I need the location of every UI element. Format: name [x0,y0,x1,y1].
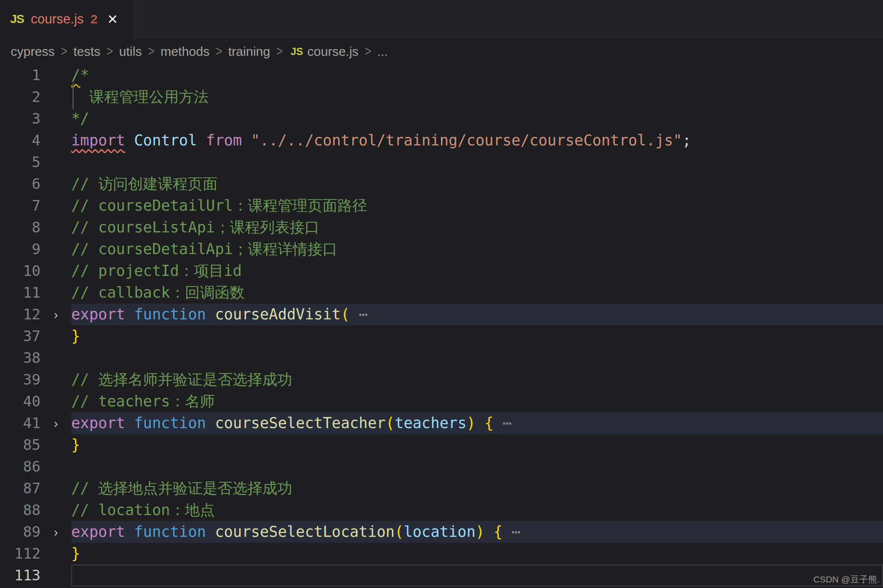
line-content[interactable]: export function courseSelectLocation(loc… [71,521,883,543]
code-line[interactable]: 38 [0,347,883,369]
code-line[interactable]: 3*/ [0,108,883,130]
breadcrumb-more[interactable]: ... [377,44,388,59]
fold-chevron-icon[interactable]: › [41,304,71,325]
breadcrumb-item-methods[interactable]: methods [160,44,209,59]
line-number[interactable]: 10 [0,260,41,282]
line-number[interactable]: 86 [0,456,41,478]
code-line[interactable]: 7// courseDetailUrl：课程管理页面路径 [0,195,883,217]
line-number[interactable]: 37 [0,325,41,347]
fold-chevron-icon[interactable]: › [41,412,71,434]
code-token: courseSelectTeacher [215,414,385,432]
line-number[interactable]: 5 [0,151,41,173]
code-editor[interactable]: 1/*2 课程管理公用方法3*/4import Control from "..… [0,64,883,588]
line-content[interactable]: // 选择地点并验证是否选择成功 [71,478,883,499]
line-number[interactable]: 11 [0,282,41,304]
code-line[interactable]: 9// courseDetailApi；课程详情接口 [0,238,883,260]
line-number[interactable]: 113 [0,565,41,586]
line-number[interactable]: 2 [0,86,41,108]
code-line[interactable]: 10// projectId：项目id [0,260,883,282]
code-line[interactable]: 88// location：地点 [0,499,883,521]
line-content[interactable] [71,347,883,369]
line-number[interactable]: 88 [0,499,41,521]
line-content[interactable]: import Control from "../../control/train… [71,130,883,151]
line-content[interactable]: export function courseSelectTeacher(teac… [71,412,883,434]
code-line[interactable]: 113 [0,565,883,586]
code-token: } [71,545,80,562]
line-number[interactable]: 7 [0,195,41,217]
line-content[interactable]: /* [71,64,883,86]
line-content[interactable]: // 选择名师并验证是否选择成功 [71,369,883,391]
line-content[interactable] [71,565,883,586]
line-number[interactable]: 87 [0,478,41,499]
code-line[interactable]: 5 [0,151,883,173]
line-content[interactable]: // callback：回调函数 [71,282,883,304]
line-content[interactable] [71,456,883,478]
breadcrumb-item-utils[interactable]: utils [119,44,142,59]
line-content[interactable]: // 访问创建课程页面 [71,173,883,195]
line-content[interactable]: // courseDetailApi；课程详情接口 [71,238,883,260]
line-number[interactable]: 39 [0,369,41,391]
line-number[interactable]: 3 [0,108,41,130]
tab-course-js[interactable]: JS course.js 2 ✕ [0,0,133,38]
line-content[interactable]: } [71,543,883,565]
chevron-right-icon: > [61,43,67,60]
code-line[interactable]: 4import Control from "../../control/trai… [0,130,883,151]
line-content[interactable]: */ [71,108,883,130]
code-line[interactable]: 86 [0,456,883,478]
code-token: // 选择名师并验证是否选择成功 [71,371,292,388]
code-line[interactable]: 8// courseListApi；课程列表接口 [0,217,883,238]
line-number[interactable]: 38 [0,347,41,369]
code-token: Control [134,132,197,149]
breadcrumb-item-file[interactable]: course.js [307,44,359,59]
code-line[interactable]: 12›export function courseAddVisit( ⋯ [0,304,883,325]
js-file-icon: JS [290,46,303,58]
line-content[interactable] [71,151,883,173]
line-number[interactable]: 41 [0,412,41,434]
line-number[interactable]: 12 [0,304,41,325]
line-number[interactable]: 112 [0,543,41,565]
line-number[interactable]: 6 [0,173,41,195]
code-line[interactable]: 85} [0,434,883,456]
line-content[interactable]: // courseListApi；课程列表接口 [71,217,883,238]
line-content[interactable]: // courseDetailUrl：课程管理页面路径 [71,195,883,217]
line-number[interactable]: 4 [0,130,41,151]
code-line[interactable]: 6// 访问创建课程页面 [0,173,883,195]
code-line[interactable]: 87// 选择地点并验证是否选择成功 [0,478,883,499]
code-line[interactable]: 11// callback：回调函数 [0,282,883,304]
code-line[interactable]: 89›export function courseSelectLocation(… [0,521,883,543]
line-number[interactable]: 40 [0,391,41,412]
line-content[interactable]: // teachers：名师 [71,391,883,412]
code-line[interactable]: 41›export function courseSelectTeacher(t… [0,412,883,434]
fold-chevron-icon[interactable]: › [41,521,71,543]
line-number[interactable]: 89 [0,521,41,543]
code-line[interactable]: 1/* [0,64,883,86]
indent-guide [72,84,74,109]
breadcrumb: cypress>tests>utils>methods>training>JSc… [0,38,883,64]
code-token [484,523,493,540]
code-token [125,523,134,540]
code-token [125,306,134,323]
line-content[interactable]: 课程管理公用方法 [71,86,883,108]
code-line[interactable]: 112} [0,543,883,565]
code-line[interactable]: 40// teachers：名师 [0,391,883,412]
code-token: ( [386,414,395,432]
chevron-right-icon: > [276,43,283,60]
line-content[interactable]: export function courseAddVisit( ⋯ [71,304,883,325]
code-token: { [484,414,493,432]
code-line[interactable]: 37} [0,325,883,347]
line-number[interactable]: 1 [0,64,41,86]
line-number[interactable]: 8 [0,217,41,238]
line-content[interactable]: // location：地点 [71,499,883,521]
line-content[interactable]: // projectId：项目id [71,260,883,282]
line-number[interactable]: 9 [0,238,41,260]
line-content[interactable]: } [71,325,883,347]
breadcrumb-item-cypress[interactable]: cypress [11,44,55,59]
breadcrumb-item-training[interactable]: training [228,44,270,59]
breadcrumb-item-tests[interactable]: tests [73,44,100,59]
line-number[interactable]: 85 [0,434,41,456]
close-icon[interactable]: ✕ [107,12,118,27]
code-token: ( [341,306,350,323]
code-line[interactable]: 39// 选择名师并验证是否选择成功 [0,369,883,391]
line-content[interactable]: } [71,434,883,456]
code-line[interactable]: 2 课程管理公用方法 [0,86,883,108]
